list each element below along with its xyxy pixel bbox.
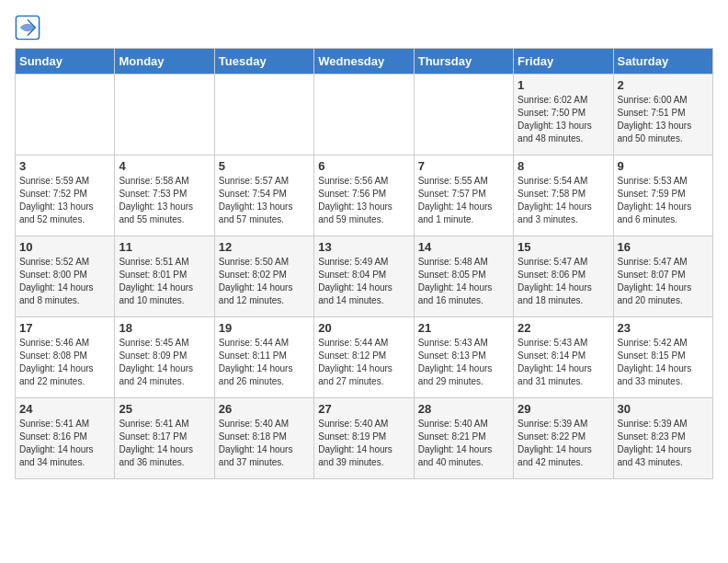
calendar-cell: 30Sunrise: 5:39 AMSunset: 8:23 PMDayligh… bbox=[613, 398, 712, 479]
calendar-cell: 3Sunrise: 5:59 AMSunset: 7:52 PMDaylight… bbox=[16, 155, 115, 236]
cell-detail: Sunrise: 5:40 AMSunset: 8:18 PMDaylight:… bbox=[219, 418, 310, 469]
calendar-cell: 27Sunrise: 5:40 AMSunset: 8:19 PMDayligh… bbox=[314, 398, 414, 479]
calendar-cell: 23Sunrise: 5:42 AMSunset: 8:15 PMDayligh… bbox=[613, 317, 712, 398]
day-number: 29 bbox=[518, 402, 609, 416]
cell-detail: Sunrise: 5:39 AMSunset: 8:22 PMDaylight:… bbox=[518, 418, 609, 469]
calendar-cell: 5Sunrise: 5:57 AMSunset: 7:54 PMDaylight… bbox=[214, 155, 313, 236]
day-number: 20 bbox=[318, 321, 409, 335]
cell-detail: Sunrise: 5:56 AMSunset: 7:56 PMDaylight:… bbox=[318, 175, 409, 226]
cell-detail: Sunrise: 5:49 AMSunset: 8:04 PMDaylight:… bbox=[318, 256, 409, 307]
weekday-header-saturday: Saturday bbox=[613, 49, 712, 75]
calendar-cell: 14Sunrise: 5:48 AMSunset: 8:05 PMDayligh… bbox=[414, 236, 513, 317]
calendar-cell: 17Sunrise: 5:46 AMSunset: 8:08 PMDayligh… bbox=[16, 317, 115, 398]
day-number: 14 bbox=[418, 240, 509, 254]
calendar-cell: 13Sunrise: 5:49 AMSunset: 8:04 PMDayligh… bbox=[314, 236, 414, 317]
calendar-cell bbox=[214, 75, 313, 155]
day-number: 17 bbox=[19, 321, 110, 335]
cell-detail: Sunrise: 5:51 AMSunset: 8:01 PMDaylight:… bbox=[119, 256, 210, 307]
day-number: 19 bbox=[219, 321, 310, 335]
calendar-cell bbox=[115, 75, 214, 155]
calendar-cell: 15Sunrise: 5:47 AMSunset: 8:06 PMDayligh… bbox=[514, 236, 613, 317]
day-number: 7 bbox=[418, 159, 509, 173]
cell-detail: Sunrise: 5:58 AMSunset: 7:53 PMDaylight:… bbox=[119, 175, 210, 226]
day-number: 25 bbox=[119, 402, 210, 416]
day-number: 6 bbox=[318, 159, 409, 173]
calendar-cell: 8Sunrise: 5:54 AMSunset: 7:58 PMDaylight… bbox=[514, 155, 613, 236]
cell-detail: Sunrise: 5:57 AMSunset: 7:54 PMDaylight:… bbox=[219, 175, 310, 226]
weekday-header-sunday: Sunday bbox=[16, 49, 115, 75]
weekday-header-friday: Friday bbox=[514, 49, 613, 75]
cell-detail: Sunrise: 5:48 AMSunset: 8:05 PMDaylight:… bbox=[418, 256, 509, 307]
day-number: 13 bbox=[318, 240, 409, 254]
day-number: 15 bbox=[518, 240, 609, 254]
day-number: 26 bbox=[219, 402, 310, 416]
calendar-cell: 16Sunrise: 5:47 AMSunset: 8:07 PMDayligh… bbox=[613, 236, 712, 317]
calendar-cell: 22Sunrise: 5:43 AMSunset: 8:14 PMDayligh… bbox=[514, 317, 613, 398]
cell-detail: Sunrise: 5:39 AMSunset: 8:23 PMDaylight:… bbox=[618, 418, 709, 469]
day-number: 1 bbox=[518, 78, 609, 92]
cell-detail: Sunrise: 5:44 AMSunset: 8:11 PMDaylight:… bbox=[219, 337, 310, 388]
day-number: 9 bbox=[618, 159, 709, 173]
calendar-cell: 28Sunrise: 5:40 AMSunset: 8:21 PMDayligh… bbox=[414, 398, 513, 479]
day-number: 4 bbox=[119, 159, 210, 173]
header bbox=[15, 15, 713, 40]
calendar-cell: 10Sunrise: 5:52 AMSunset: 8:00 PMDayligh… bbox=[16, 236, 115, 317]
cell-detail: Sunrise: 5:44 AMSunset: 8:12 PMDaylight:… bbox=[318, 337, 409, 388]
calendar-cell: 11Sunrise: 5:51 AMSunset: 8:01 PMDayligh… bbox=[115, 236, 214, 317]
day-number: 10 bbox=[19, 240, 110, 254]
cell-detail: Sunrise: 6:02 AMSunset: 7:50 PMDaylight:… bbox=[518, 94, 609, 145]
logo bbox=[15, 15, 44, 40]
calendar-table: SundayMondayTuesdayWednesdayThursdayFrid… bbox=[15, 48, 713, 479]
calendar-cell bbox=[16, 75, 115, 155]
calendar-cell: 12Sunrise: 5:50 AMSunset: 8:02 PMDayligh… bbox=[214, 236, 313, 317]
cell-detail: Sunrise: 5:46 AMSunset: 8:08 PMDaylight:… bbox=[19, 337, 110, 388]
cell-detail: Sunrise: 6:00 AMSunset: 7:51 PMDaylight:… bbox=[618, 94, 709, 145]
cell-detail: Sunrise: 5:52 AMSunset: 8:00 PMDaylight:… bbox=[19, 256, 110, 307]
cell-detail: Sunrise: 5:43 AMSunset: 8:13 PMDaylight:… bbox=[418, 337, 509, 388]
week-row-2: 3Sunrise: 5:59 AMSunset: 7:52 PMDaylight… bbox=[16, 155, 713, 236]
week-row-3: 10Sunrise: 5:52 AMSunset: 8:00 PMDayligh… bbox=[16, 236, 713, 317]
cell-detail: Sunrise: 5:41 AMSunset: 8:17 PMDaylight:… bbox=[119, 418, 210, 469]
cell-detail: Sunrise: 5:54 AMSunset: 7:58 PMDaylight:… bbox=[518, 175, 609, 226]
cell-detail: Sunrise: 5:40 AMSunset: 8:21 PMDaylight:… bbox=[418, 418, 509, 469]
calendar-cell: 29Sunrise: 5:39 AMSunset: 8:22 PMDayligh… bbox=[514, 398, 613, 479]
day-number: 27 bbox=[318, 402, 409, 416]
calendar-cell: 20Sunrise: 5:44 AMSunset: 8:12 PMDayligh… bbox=[314, 317, 414, 398]
day-number: 8 bbox=[518, 159, 609, 173]
calendar-cell: 26Sunrise: 5:40 AMSunset: 8:18 PMDayligh… bbox=[214, 398, 313, 479]
calendar-cell: 9Sunrise: 5:53 AMSunset: 7:59 PMDaylight… bbox=[613, 155, 712, 236]
cell-detail: Sunrise: 5:55 AMSunset: 7:57 PMDaylight:… bbox=[418, 175, 509, 226]
day-number: 2 bbox=[618, 78, 709, 92]
cell-detail: Sunrise: 5:59 AMSunset: 7:52 PMDaylight:… bbox=[19, 175, 110, 226]
cell-detail: Sunrise: 5:47 AMSunset: 8:06 PMDaylight:… bbox=[518, 256, 609, 307]
cell-detail: Sunrise: 5:40 AMSunset: 8:19 PMDaylight:… bbox=[318, 418, 409, 469]
weekday-header-row: SundayMondayTuesdayWednesdayThursdayFrid… bbox=[16, 49, 713, 75]
day-number: 28 bbox=[418, 402, 509, 416]
week-row-4: 17Sunrise: 5:46 AMSunset: 8:08 PMDayligh… bbox=[16, 317, 713, 398]
day-number: 16 bbox=[618, 240, 709, 254]
calendar-cell: 21Sunrise: 5:43 AMSunset: 8:13 PMDayligh… bbox=[414, 317, 513, 398]
calendar-cell: 24Sunrise: 5:41 AMSunset: 8:16 PMDayligh… bbox=[16, 398, 115, 479]
day-number: 23 bbox=[618, 321, 709, 335]
weekday-header-monday: Monday bbox=[115, 49, 214, 75]
cell-detail: Sunrise: 5:43 AMSunset: 8:14 PMDaylight:… bbox=[518, 337, 609, 388]
calendar-cell: 1Sunrise: 6:02 AMSunset: 7:50 PMDaylight… bbox=[514, 75, 613, 155]
day-number: 11 bbox=[119, 240, 210, 254]
cell-detail: Sunrise: 5:45 AMSunset: 8:09 PMDaylight:… bbox=[119, 337, 210, 388]
calendar-cell bbox=[414, 75, 513, 155]
cell-detail: Sunrise: 5:42 AMSunset: 8:15 PMDaylight:… bbox=[618, 337, 709, 388]
weekday-header-wednesday: Wednesday bbox=[314, 49, 414, 75]
cell-detail: Sunrise: 5:47 AMSunset: 8:07 PMDaylight:… bbox=[618, 256, 709, 307]
day-number: 3 bbox=[19, 159, 110, 173]
day-number: 18 bbox=[119, 321, 210, 335]
cell-detail: Sunrise: 5:53 AMSunset: 7:59 PMDaylight:… bbox=[618, 175, 709, 226]
week-row-1: 1Sunrise: 6:02 AMSunset: 7:50 PMDaylight… bbox=[16, 75, 713, 155]
weekday-header-thursday: Thursday bbox=[414, 49, 513, 75]
day-number: 24 bbox=[19, 402, 110, 416]
day-number: 5 bbox=[219, 159, 310, 173]
calendar-cell: 7Sunrise: 5:55 AMSunset: 7:57 PMDaylight… bbox=[414, 155, 513, 236]
calendar-cell: 18Sunrise: 5:45 AMSunset: 8:09 PMDayligh… bbox=[115, 317, 214, 398]
logo-icon bbox=[15, 15, 40, 40]
calendar-cell: 25Sunrise: 5:41 AMSunset: 8:17 PMDayligh… bbox=[115, 398, 214, 479]
calendar-cell bbox=[314, 75, 414, 155]
